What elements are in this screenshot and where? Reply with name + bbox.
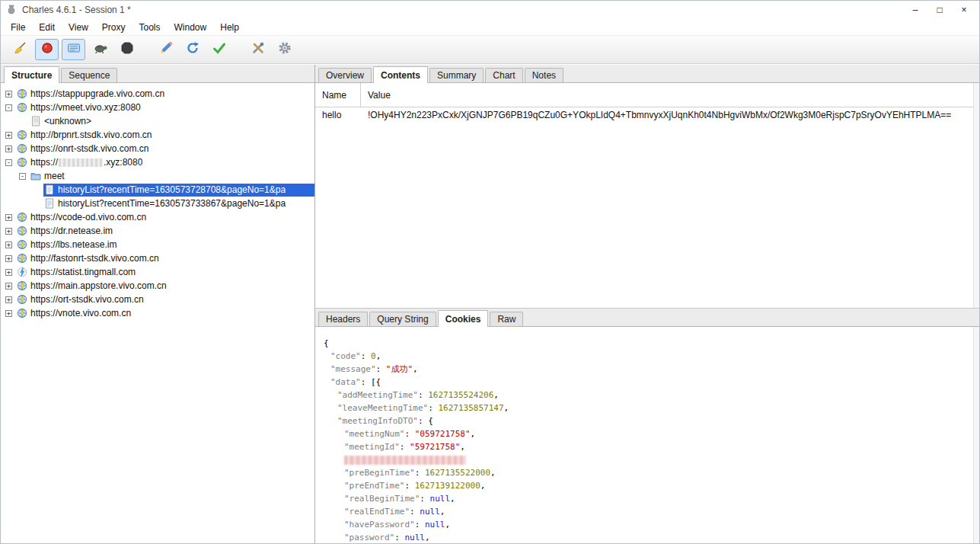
column-header-value[interactable]: Value xyxy=(361,90,979,101)
request-param-row[interactable]: hello!OHy4HY2n223PxCxk/XjGNJP7G6PB19qCZu… xyxy=(315,107,979,123)
repeat-button[interactable] xyxy=(180,39,204,60)
tree-item-row[interactable]: -https://vmeet.vivo.xyz:8080 xyxy=(1,101,314,114)
menu-item-window[interactable]: Window xyxy=(168,21,214,34)
tree-item-row[interactable]: +https://ort-stsdk.vivo.com.cn xyxy=(1,293,314,306)
request-table-rows: hello!OHy4HY2n223PxCxk/XjGNJP7G6PB19qCZu… xyxy=(315,107,979,123)
response-tab-raw[interactable]: Raw xyxy=(490,312,523,326)
record-icon xyxy=(40,40,55,59)
globe-icon xyxy=(17,130,27,140)
stop-icon xyxy=(120,40,135,59)
expand-toggle[interactable]: + xyxy=(5,283,12,290)
tree-item-row[interactable]: +https://lbs.netease.im xyxy=(1,238,314,251)
response-tab-cookies[interactable]: Cookies xyxy=(438,310,489,327)
menu-item-proxy[interactable]: Proxy xyxy=(95,21,132,34)
window-controls: –□× xyxy=(903,2,976,18)
collapse-toggle[interactable]: - xyxy=(5,159,12,166)
column-header-name[interactable]: Name xyxy=(315,83,361,107)
tree-item-row[interactable]: +http://brpnrt.stsdk.vivo.com.cn xyxy=(1,128,314,142)
tree-item-label: https://vmeet.vivo.xyz:8080 xyxy=(30,102,141,113)
breakpoints-button[interactable] xyxy=(115,39,139,60)
contents-scrollbar[interactable] xyxy=(973,83,979,308)
tree-item-row[interactable]: +https://stappupgrade.vivo.com.cn xyxy=(1,87,314,101)
validate-button[interactable] xyxy=(207,39,231,60)
minimize-button[interactable]: – xyxy=(903,2,927,18)
close-button[interactable]: × xyxy=(952,2,976,18)
json-line: "addMeetingTime": 1627135524206, xyxy=(324,389,970,402)
charles-app-icon xyxy=(5,4,18,16)
left-tab-structure[interactable]: Structure xyxy=(4,66,59,83)
auto-scroll-button[interactable] xyxy=(62,39,85,60)
detail-tab-summary[interactable]: Summary xyxy=(429,68,484,82)
tree-item-label: http://fastonrt-stsdk.vivo.com.cn xyxy=(30,253,159,264)
window-title: Charles 4.6.1 - Session 1 * xyxy=(22,5,903,15)
clear-session-button[interactable] xyxy=(8,39,32,60)
tree-item-label: https://lbs.netease.im xyxy=(30,239,117,250)
detail-tab-chart[interactable]: Chart xyxy=(485,68,522,82)
title-bar: Charles 4.6.1 - Session 1 * –□× xyxy=(1,1,979,19)
tree-item-row[interactable]: +<unknown> xyxy=(1,114,314,128)
compose-button[interactable] xyxy=(154,39,177,60)
tree-row-content: http://brpnrt.stsdk.vivo.com.cn xyxy=(16,129,314,142)
menu-item-file[interactable]: File xyxy=(4,21,32,34)
detail-tab-notes[interactable]: Notes xyxy=(525,68,563,82)
tree-item-row[interactable]: +https://dr.netease.im xyxy=(1,224,314,238)
maximize-button[interactable]: □ xyxy=(927,2,952,18)
tools-icon xyxy=(251,40,266,59)
expand-toggle[interactable]: + xyxy=(5,214,12,221)
expand-toggle[interactable]: + xyxy=(5,310,12,317)
tree-item-row[interactable]: +historyList?recentTime=1630573733867&pa… xyxy=(1,197,314,210)
response-tab-query-string[interactable]: Query String xyxy=(369,312,436,326)
menu-item-tools[interactable]: Tools xyxy=(132,21,168,34)
menu-item-help[interactable]: Help xyxy=(213,21,246,34)
tree-item-row[interactable]: +http://fastonrt-stsdk.vivo.com.cn xyxy=(1,251,314,265)
expand-toggle[interactable]: + xyxy=(5,242,12,248)
tree-item-row[interactable]: +https://vcode-od.vivo.com.cn xyxy=(1,210,314,224)
response-body-area: {"code": 0,"message": "成功","data": [{"ad… xyxy=(315,327,979,543)
expand-toggle[interactable]: + xyxy=(5,91,12,98)
turtle-icon xyxy=(93,40,108,59)
tree-row-content: https://onrt-stsdk.vivo.com.cn xyxy=(16,142,314,155)
tree-item-row[interactable]: +https://main.appstore.vivo.com.cn xyxy=(1,279,314,293)
tree-row-content: https://.xyz:8080 xyxy=(16,156,314,169)
tree-item-label: https://stappupgrade.vivo.com.cn xyxy=(30,88,164,99)
collapse-toggle[interactable]: - xyxy=(5,104,12,111)
tree-item-row[interactable]: +https://vnote.vivo.com.cn xyxy=(1,306,314,320)
globe-icon xyxy=(17,294,27,305)
response-scrollbar[interactable] xyxy=(973,327,979,543)
tree-item-row[interactable]: +https://statist.tingmall.com xyxy=(1,265,314,279)
response-body: {"code": 0,"message": "成功","data": [{"ad… xyxy=(315,327,979,543)
tree-row-content: https://vnote.vivo.com.cn xyxy=(16,307,314,320)
throttling-button[interactable] xyxy=(88,39,112,60)
menu-item-edit[interactable]: Edit xyxy=(32,21,62,34)
tree-item-row[interactable]: +historyList?recentTime=1630573728708&pa… xyxy=(1,183,314,197)
detail-tab-contents[interactable]: Contents xyxy=(373,66,428,83)
json-line: { xyxy=(324,337,970,350)
json-line: "leaveMeetingTime": 1627135857147, xyxy=(324,402,970,414)
globe-icon xyxy=(17,226,27,236)
globe-icon xyxy=(17,143,27,154)
globe-icon xyxy=(17,239,27,250)
tree-row-content: https://lbs.netease.im xyxy=(16,238,314,251)
json-line: "data": [{ xyxy=(324,376,970,389)
json-line: "havePassword": null, xyxy=(324,518,970,531)
tree-row-content: https://statist.tingmall.com xyxy=(16,266,314,279)
expand-toggle[interactable]: + xyxy=(5,228,12,235)
tree-item-row[interactable]: -https://.xyz:8080 xyxy=(1,155,314,169)
json-line: "code": 0, xyxy=(324,350,970,363)
detail-tab-overview[interactable]: Overview xyxy=(318,68,372,82)
expand-toggle[interactable]: + xyxy=(5,296,12,303)
settings-button[interactable] xyxy=(273,39,296,60)
expand-toggle[interactable]: + xyxy=(5,146,12,152)
collapse-toggle[interactable]: - xyxy=(19,173,26,180)
tree-folder-row[interactable]: -meet xyxy=(1,169,314,183)
response-tab-headers[interactable]: Headers xyxy=(318,312,368,326)
expand-toggle[interactable]: + xyxy=(5,132,12,139)
toolbar xyxy=(1,36,979,64)
expand-toggle[interactable]: + xyxy=(5,269,12,276)
expand-toggle[interactable]: + xyxy=(5,255,12,262)
record-button[interactable] xyxy=(35,39,59,60)
tools-button[interactable] xyxy=(246,39,270,60)
tree-item-row[interactable]: +https://onrt-stsdk.vivo.com.cn xyxy=(1,142,314,155)
left-tab-sequence[interactable]: Sequence xyxy=(61,68,117,82)
menu-item-view[interactable]: View xyxy=(62,21,95,34)
